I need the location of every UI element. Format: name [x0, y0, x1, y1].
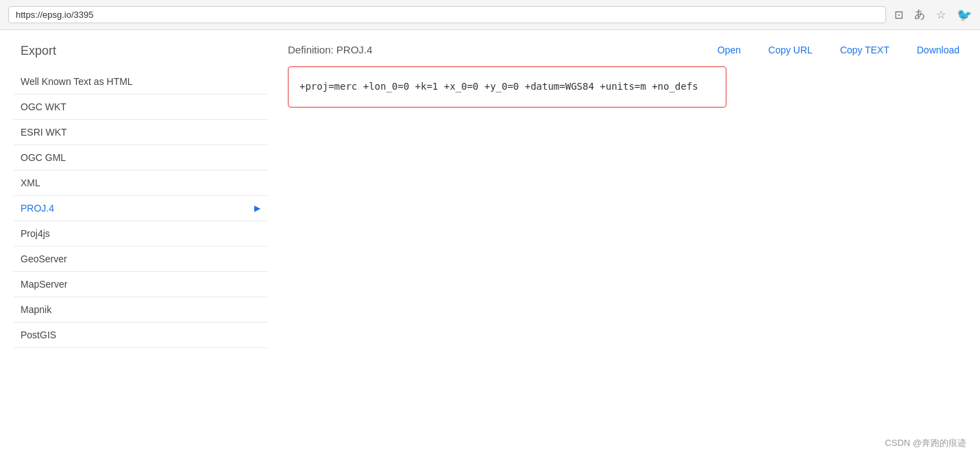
main-content: Definition: PROJ.4 Open Copy URL Copy TE…: [267, 30, 980, 463]
sidebar-item-label: PROJ.4: [21, 203, 54, 214]
open-button[interactable]: Open: [718, 45, 741, 55]
page-content: Export Well Known Text as HTML OGC WKT E…: [0, 30, 980, 463]
address-bar[interactable]: [8, 6, 886, 23]
sidebar-item-label: GeoServer: [21, 253, 67, 264]
sidebar-item-proj4js[interactable]: Proj4js: [14, 221, 267, 247]
definition-label: Definition: PROJ.4: [288, 44, 372, 55]
definition-box: +proj=merc +lon_0=0 +k=1 +x_0=0 +y_0=0 +…: [288, 66, 726, 108]
translate-icon[interactable]: あ: [914, 8, 925, 22]
sidebar: Export Well Known Text as HTML OGC WKT E…: [0, 30, 267, 463]
sidebar-item-geoserver[interactable]: GeoServer: [14, 247, 267, 272]
sidebar-item-mapnik[interactable]: Mapnik: [14, 297, 267, 323]
browser-icon-group: ⊡ あ ☆ 🐦: [894, 8, 972, 23]
sidebar-item-label: PostGIS: [21, 329, 56, 340]
sidebar-item-mapserver[interactable]: MapServer: [14, 272, 267, 297]
sidebar-item-label: ESRI WKT: [21, 127, 67, 138]
sidebar-item-xml[interactable]: XML: [14, 171, 267, 196]
bookmark-star-icon[interactable]: ☆: [936, 8, 946, 21]
copy-url-button[interactable]: Copy URL: [768, 45, 813, 55]
sidebar-item-postgis[interactable]: PostGIS: [14, 323, 267, 348]
chevron-right-icon: ▶: [254, 203, 260, 213]
sidebar-item-ogc-gml[interactable]: OGC GML: [14, 145, 267, 171]
sidebar-item-label: OGC GML: [21, 152, 66, 163]
toolbar: Definition: PROJ.4 Open Copy URL Copy TE…: [288, 44, 959, 55]
sidebar-item-wkt-html[interactable]: Well Known Text as HTML: [14, 69, 267, 95]
copy-text-button[interactable]: Copy TEXT: [840, 45, 890, 55]
download-button[interactable]: Download: [917, 45, 959, 55]
reading-mode-icon[interactable]: ⊡: [894, 8, 903, 21]
sidebar-item-esri-wkt[interactable]: ESRI WKT: [14, 120, 267, 145]
toolbar-actions: Open Copy URL Copy TEXT Download: [718, 45, 959, 55]
sidebar-item-label: Proj4js: [21, 228, 50, 239]
sidebar-item-proj4[interactable]: PROJ.4 ▶: [14, 196, 267, 221]
sidebar-item-label: XML: [21, 177, 40, 188]
browser-chrome: ⊡ あ ☆ 🐦: [0, 0, 980, 30]
sidebar-item-ogc-wkt[interactable]: OGC WKT: [14, 95, 267, 120]
sidebar-item-label: OGC WKT: [21, 101, 66, 112]
sidebar-title: Export: [14, 44, 267, 58]
sidebar-item-label: Mapnik: [21, 304, 51, 315]
sidebar-item-label: Well Known Text as HTML: [21, 76, 133, 87]
sidebar-item-label: MapServer: [21, 279, 67, 290]
browser-extension-icon[interactable]: 🐦: [957, 8, 972, 23]
watermark: CSDN @奔跑的痕迹: [885, 437, 966, 449]
